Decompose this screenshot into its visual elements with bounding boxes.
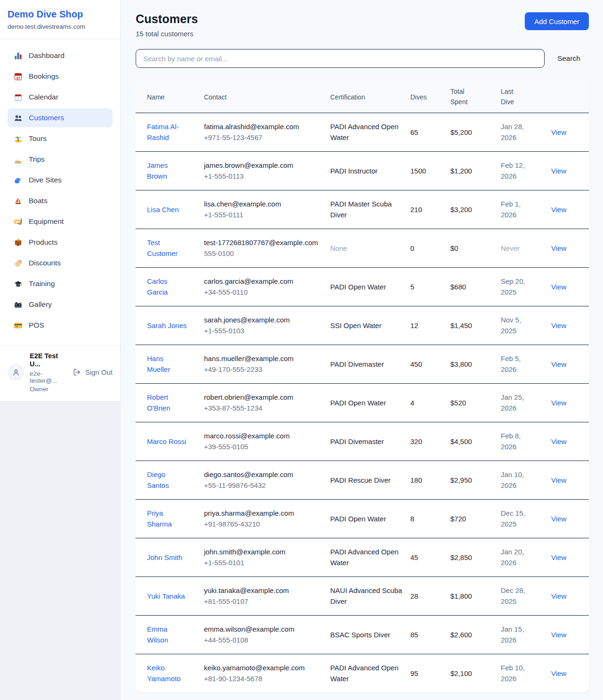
- sign-out-label: Sign Out: [85, 368, 113, 376]
- view-link[interactable]: View: [551, 437, 566, 445]
- calendar-icon: [13, 92, 23, 102]
- customer-name-link[interactable]: Sarah Jones: [147, 321, 187, 331]
- table-header: NameContactCertificationDivesTotal Spent…: [136, 81, 589, 113]
- customer-name-link[interactable]: Test Customer: [147, 238, 188, 259]
- customer-name-link[interactable]: Fatima Al-Rashid: [147, 122, 188, 143]
- customer-phone: +91-98765-43210: [204, 519, 323, 530]
- view-link[interactable]: View: [551, 476, 566, 484]
- sidebar-item-boats[interactable]: Boats: [8, 191, 113, 210]
- user-email: e2e-tester@...: [30, 370, 67, 384]
- last-dive-cell: Jan 28, 2026: [501, 113, 551, 152]
- customer-email: priya.sharma@example.com: [204, 508, 323, 519]
- last-dive-cell: Jan 10, 2026: [501, 461, 551, 500]
- view-link[interactable]: View: [551, 244, 566, 252]
- customer-phone: 555-0100: [204, 248, 323, 259]
- sailboat-icon: [13, 196, 23, 206]
- sidebar-item-pos[interactable]: POS: [8, 316, 113, 335]
- table-row: Marco Rossi marco.rossi@example.com +39-…: [136, 422, 589, 461]
- page-title: Customers: [136, 12, 198, 26]
- island-icon: [13, 134, 23, 143]
- dives-cell: 95: [410, 654, 450, 693]
- certification-cell: PADI Advanced Open Water: [330, 113, 410, 152]
- view-link[interactable]: View: [551, 321, 566, 329]
- last-dive-cell: Dec 15, 2025: [501, 500, 551, 538]
- customer-name-link[interactable]: John Smith: [147, 552, 182, 563]
- dives-cell: 45: [410, 538, 450, 577]
- sidebar-item-training[interactable]: Training: [8, 274, 113, 293]
- total-spent-cell: $1,200: [450, 152, 501, 190]
- total-spent-cell: $4,500: [450, 422, 501, 461]
- view-link[interactable]: View: [551, 592, 566, 600]
- sidebar-item-customers[interactable]: Customers: [8, 108, 113, 127]
- wave-icon: [13, 175, 23, 185]
- sidebar-item-label: Dive Sites: [29, 176, 62, 184]
- diving-mask-icon: [13, 217, 23, 226]
- customer-name-link[interactable]: Diego Santos: [147, 469, 188, 491]
- customer-name-link[interactable]: Carlos Garcia: [147, 276, 188, 297]
- contact-cell: test-1772681807767@example.com 555-0100: [204, 229, 330, 268]
- sidebar-item-dashboard[interactable]: Dashboard: [8, 46, 113, 65]
- view-link[interactable]: View: [551, 553, 566, 561]
- customer-name-link[interactable]: Yuki Tanaka: [147, 591, 185, 602]
- sidebar-item-calendar[interactable]: Calendar: [8, 88, 113, 107]
- add-customer-button[interactable]: Add Customer: [525, 12, 589, 30]
- sidebar-item-discounts[interactable]: Discounts: [8, 254, 113, 272]
- customer-phone: +44-555-0108: [204, 635, 323, 646]
- customer-name-link[interactable]: Priya Sharma: [147, 508, 188, 529]
- sidebar-item-dive-sites[interactable]: Dive Sites: [8, 171, 113, 189]
- customer-email: hans.mueller@example.com: [204, 354, 323, 364]
- last-dive-cell: Jan 20, 2026: [501, 538, 551, 577]
- customer-phone: +971-55-123-4567: [204, 132, 323, 143]
- customer-phone: +34-555-0110: [204, 287, 323, 298]
- sidebar-item-bookings[interactable]: 17 Bookings: [8, 67, 113, 86]
- search-button[interactable]: Search: [545, 54, 589, 63]
- view-link[interactable]: View: [551, 399, 566, 407]
- dives-cell: 12: [410, 306, 450, 345]
- contact-cell: john.smith@example.com +1-555-0101: [204, 538, 330, 577]
- contact-cell: carlos.garcia@example.com +34-555-0110: [204, 268, 330, 306]
- customer-phone: +1-555-0103: [204, 326, 323, 337]
- customer-name-link[interactable]: Emma Wilson: [147, 624, 188, 645]
- customer-name-link[interactable]: Robert O'Brien: [147, 392, 188, 413]
- customer-name-link[interactable]: James Brown: [147, 160, 188, 181]
- table-row: Lisa Chen lisa.chen@example.com +1-555-0…: [136, 190, 589, 229]
- view-link[interactable]: View: [551, 206, 566, 214]
- table-row: Hans Mueller hans.mueller@example.com +4…: [136, 345, 589, 384]
- sidebar-item-label: Calendar: [29, 93, 58, 101]
- view-link[interactable]: View: [551, 128, 566, 136]
- customer-phone: +55-11-99876-5432: [204, 480, 323, 491]
- camera-icon: [13, 300, 23, 309]
- contact-cell: robert.obrien@example.com +353-87-555-12…: [204, 384, 330, 422]
- view-link[interactable]: View: [551, 167, 566, 175]
- sidebar-item-trips[interactable]: Trips: [8, 150, 113, 169]
- certification-cell: BSAC Sports Diver: [330, 616, 410, 654]
- table-row: Carlos Garcia carlos.garcia@example.com …: [136, 268, 589, 306]
- column-header-certification: Certification: [330, 81, 410, 113]
- contact-cell: lisa.chen@example.com +1-555-0111: [204, 190, 330, 229]
- view-link[interactable]: View: [551, 515, 566, 523]
- customer-name-link[interactable]: Keiko Yamamoto: [147, 663, 188, 684]
- total-spent-cell: $3,800: [450, 345, 501, 384]
- customer-name-link[interactable]: Marco Rossi: [147, 436, 186, 447]
- shop-name: Demo Dive Shop: [8, 9, 113, 20]
- sidebar-item-products[interactable]: Products: [8, 233, 113, 252]
- customer-name-link[interactable]: Hans Mueller: [147, 354, 188, 375]
- view-link[interactable]: View: [551, 283, 566, 291]
- shop-domain: demo.test.divestreams.com: [8, 23, 113, 30]
- certification-cell: PADI Instructor: [330, 152, 410, 190]
- sidebar-item-tours[interactable]: Tours: [8, 129, 113, 148]
- view-link[interactable]: View: [551, 631, 566, 639]
- sidebar-item-equipment[interactable]: Equipment: [8, 212, 113, 231]
- dives-cell: 5: [410, 268, 450, 306]
- dives-cell: 210: [410, 190, 450, 229]
- search-row: Search: [136, 49, 589, 68]
- sign-out-button[interactable]: Sign Out: [73, 368, 113, 377]
- view-link[interactable]: View: [551, 669, 566, 677]
- view-link[interactable]: View: [551, 360, 566, 368]
- total-spent-cell: $1,800: [450, 577, 501, 616]
- customer-name-link[interactable]: Lisa Chen: [147, 205, 179, 215]
- search-input[interactable]: [136, 49, 545, 68]
- customer-email: john.smith@example.com: [204, 547, 323, 558]
- sidebar-item-gallery[interactable]: Gallery: [8, 295, 113, 314]
- sidebar-item-label: Tours: [29, 134, 47, 143]
